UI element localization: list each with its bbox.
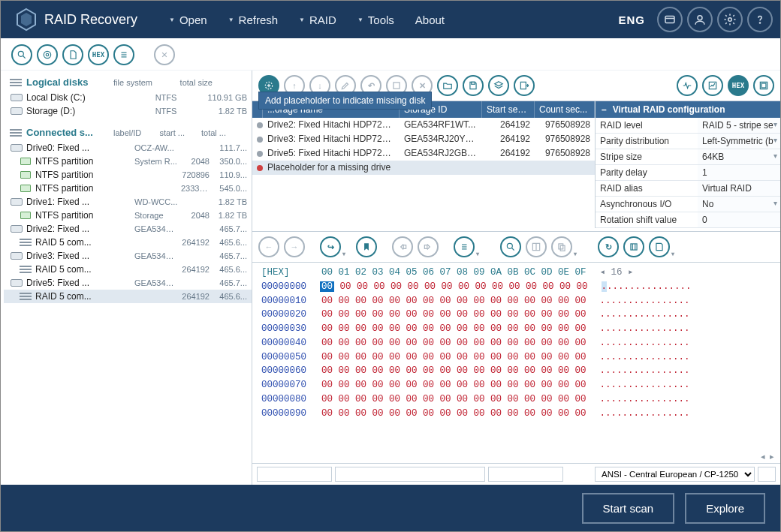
panel-icon[interactable] [753,75,774,96]
value-input[interactable] [335,467,485,482]
config-row[interactable]: Parity delay1 [596,165,780,181]
left-panel: Logical disks file system total size Loc… [1,71,252,485]
connected-storage-item[interactable]: NTFS partitionStorage20481.82 TB [4,209,252,222]
scan-icon[interactable] [37,44,58,65]
hex-line[interactable]: 0000003000 00 00 00 00 00 00 00 00 00 00… [261,322,774,336]
save-icon[interactable] [463,75,484,96]
connected-storage-item[interactable]: Drive2: Fixed ...GEA534R...465.7... [4,222,252,236]
export-icon[interactable] [514,75,535,96]
file-icon[interactable] [62,44,83,65]
save-hex-icon[interactable] [649,236,670,257]
add-placeholder-icon[interactable] [258,75,279,96]
raid-config-header[interactable]: –Virtual RAID configuration [596,101,780,118]
column-header[interactable]: Start sect... [482,101,535,118]
logical-disk-item[interactable]: Storage (D:)NTFS1.82 TB [4,104,252,118]
hex-line[interactable]: 0000005000 00 00 00 00 00 00 00 00 00 00… [261,350,774,365]
encoding-select[interactable]: ANSI - Central European / CP-1250 [595,467,755,482]
menu-refresh[interactable]: ▼Refresh [219,9,287,31]
logical-disks-title: Logical disks [26,77,88,88]
scroll-right-icon[interactable]: ▸ [770,452,774,461]
open-folder-icon[interactable] [437,75,458,96]
user-icon[interactable] [687,7,713,32]
tag-prev-icon[interactable] [392,236,413,257]
move-down-icon[interactable]: ↓ [309,75,330,96]
offset-input[interactable] [257,467,332,482]
bookmark-icon[interactable] [356,236,377,257]
config-row[interactable]: RAID levelRAID 5 - stripe se [596,118,780,134]
layers-icon[interactable] [488,75,509,96]
encoding-extra-input[interactable] [758,467,776,482]
connected-storage-item[interactable]: Drive3: Fixed ...GEA534R...465.7... [4,249,252,263]
menu-about[interactable]: About [406,9,454,31]
connected-storage-item[interactable]: RAID 5 com...264192465.6... [4,263,252,276]
edit-icon[interactable] [335,75,356,96]
settings-icon[interactable] [717,7,743,32]
hex-line[interactable]: 0000002000 00 00 00 00 00 00 00 00 00 00… [261,308,774,322]
grid-icon[interactable] [386,75,407,96]
connected-storage-item[interactable]: Drive5: Fixed ...GEA534R...465.7... [4,276,252,290]
remove-icon[interactable]: ✕ [412,75,433,96]
column-header[interactable]: ...orage name [263,101,400,118]
explore-button[interactable]: Explore [685,493,765,524]
goto-icon[interactable]: ↪ [320,236,341,257]
config-row[interactable]: Stripe size64KB [596,149,780,165]
tag-next-icon[interactable] [418,236,439,257]
chart-icon[interactable] [702,75,723,96]
hex-line[interactable]: 0000000000 00 00 00 00 00 00 00 00 00 00… [261,280,774,294]
undo-icon[interactable]: ↶ [360,75,381,96]
help-icon[interactable] [747,7,773,32]
connected-storage-item[interactable]: RAID 5 com...264192465.6... [4,290,252,303]
list-icon[interactable] [454,236,475,257]
grid-split-icon[interactable] [526,236,547,257]
connected-storage-item[interactable]: RAID 5 com...264192465.6... [4,236,252,249]
view-mode-icon[interactable] [657,7,683,32]
hex-line[interactable]: 0000008000 00 00 00 00 00 00 00 00 00 00… [261,392,774,407]
hex-line[interactable]: 0000007000 00 00 00 00 00 00 00 00 00 00… [261,378,774,392]
close-icon[interactable] [154,44,175,65]
activity-icon[interactable] [677,75,698,96]
svg-rect-19 [394,83,400,89]
connected-storage-item[interactable]: NTFS partition23332...545.0... [4,182,252,195]
column-header[interactable]: Count sec... [535,101,595,118]
menu-raid[interactable]: ▼RAID [290,9,345,31]
column-header[interactable]: Storage ID [400,101,482,118]
start-scan-button[interactable]: Start scan [582,493,675,524]
connected-storage-item[interactable]: Drive0: Fixed ...OCZ-AW...111.7... [4,141,252,155]
goto-input[interactable] [488,467,563,482]
list-icon[interactable] [113,44,134,65]
hex-view-icon[interactable]: HEX [88,44,109,65]
nav-forward-icon[interactable]: → [284,236,305,257]
language-selector[interactable]: ENG [618,14,645,26]
drive-row[interactable]: Drive3: Fixed Hitachi HDP7250...GEA534RJ… [252,132,595,146]
drive-row[interactable]: Drive5: Fixed Hitachi HDP7250...GEA534RJ… [252,146,595,161]
hex-viewer[interactable]: [HEX] 00 01 02 03 04 05 06 07 08 09 0A 0… [252,263,780,452]
connected-storage-item[interactable]: NTFS partition720896110.9... [4,168,252,182]
columns-icon[interactable] [623,236,644,257]
copy-icon[interactable] [551,236,572,257]
find-icon[interactable] [500,236,521,257]
hex-nav[interactable]: ◂ 16 ▸ [600,266,634,280]
connected-storage-item[interactable]: Drive1: Fixed ...WD-WCC...1.82 TB [4,195,252,209]
move-up-icon[interactable]: ↑ [284,75,305,96]
refresh-icon[interactable]: ↻ [598,236,619,257]
menu-tools[interactable]: ▼Tools [348,9,403,31]
menu-open[interactable]: ▼Open [160,9,216,31]
hex-line[interactable]: 0000006000 00 00 00 00 00 00 00 00 00 00… [261,364,774,378]
hex-mode-icon[interactable]: HEX [728,75,749,96]
config-row[interactable]: RAID aliasVirtual RAID [596,181,780,197]
drive-row[interactable]: Drive2: Fixed Hitachi HDP7250...GEA534RF… [252,118,595,132]
scroll-left-icon[interactable]: ◂ [761,452,765,461]
drive-row[interactable]: Placeholder for a missing drive [252,161,595,175]
svg-line-31 [512,248,514,251]
config-row[interactable]: Asynchronous I/ONo [596,197,780,212]
hex-line[interactable]: 0000001000 00 00 00 00 00 00 00 00 00 00… [261,294,774,308]
config-row[interactable]: Parity distributionLeft-Symmetric (b [596,134,780,149]
hex-line[interactable]: 0000004000 00 00 00 00 00 00 00 00 00 00… [261,336,774,350]
disk-icon [10,224,23,234]
search-icon[interactable] [11,44,32,65]
connected-storage-item[interactable]: NTFS partitionSystem R...2048350.0... [4,155,252,168]
hex-line[interactable]: 0000009000 00 00 00 00 00 00 00 00 00 00… [261,407,774,421]
config-row[interactable]: Rotation shift value0 [596,212,780,228]
nav-back-icon[interactable]: ← [258,236,279,257]
logical-disk-item[interactable]: Local Disk (C:)NTFS110.91 GB [4,91,252,104]
